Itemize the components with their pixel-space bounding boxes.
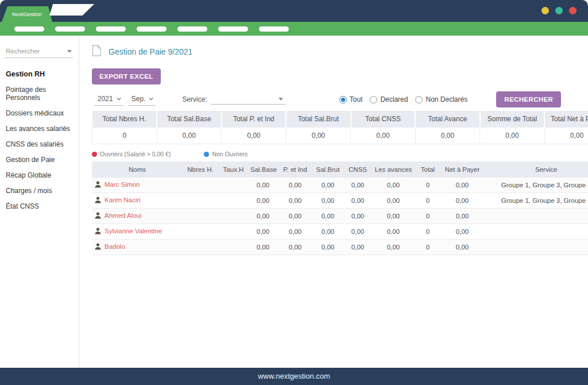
legend-non-ouvriers-label: Non Ouvriers — [212, 151, 247, 157]
cell-avances: 0,00 — [373, 193, 414, 209]
cell-p-et-ind: 0,00 — [277, 240, 313, 255]
tab-shape — [49, 4, 94, 16]
cell-service — [483, 224, 588, 240]
cell-service — [483, 240, 588, 255]
column-header-taux-h: Taux.H — [218, 161, 249, 178]
sidebar-item-les-avances-salaries[interactable]: Les avances salariés — [0, 123, 79, 134]
summary-value: 0,00 — [351, 128, 416, 144]
cell-cnss: 0,00 — [343, 240, 373, 255]
radio-non-declares[interactable]: Non Declarés — [415, 95, 467, 103]
nav-pill[interactable] — [137, 26, 167, 32]
cell-cnss: 0,00 — [343, 224, 373, 240]
payroll-header-row: Noms Nbres H. Taux.H Sal.Base P. et Ind … — [92, 161, 588, 178]
sidebar-section-gestion-rh: Gestion RH — [0, 68, 79, 80]
employee-name-link[interactable]: Marc Simon — [95, 181, 140, 188]
sidebar-search-placeholder: Rechercher — [6, 48, 40, 55]
column-header-sal-base: Sal.Base — [249, 161, 277, 178]
legend-non-ouvriers: Non Ouvriers — [204, 151, 247, 157]
person-icon — [95, 181, 101, 188]
sidebar-item-gestion-de-paie[interactable]: Gestion de Paie — [0, 154, 79, 165]
summary-value: 0,00 — [480, 128, 545, 144]
footer-bar: www.nextgestion.com — [0, 368, 588, 385]
title-row: Gestion de Paie 9/2021 — [92, 45, 588, 59]
summary-header: Total Sal.Base — [157, 111, 222, 128]
employee-name-link[interactable]: Ahmed Aloui — [95, 212, 142, 219]
cell-sal-brut: 0,00 — [313, 240, 343, 255]
radio-declared-label: Declared — [380, 95, 408, 103]
column-header-total: Total — [414, 161, 442, 178]
cell-nbres-h — [183, 240, 218, 255]
column-header-cnss: CNSS — [343, 161, 373, 178]
cell-p-et-ind: 0,00 — [277, 224, 313, 240]
sidebar-item-pointage-des-personnels[interactable]: Pointage des Personnels — [0, 84, 79, 103]
radio-dot — [370, 96, 377, 103]
employee-name-link[interactable]: Sylvianne Valentine — [95, 228, 162, 234]
cell-avances: 0,00 — [373, 209, 414, 224]
table-row: Badolo 0,00 0,00 0,00 0,00 0,00 0 0,00 — [92, 240, 588, 255]
radio-tout[interactable]: Tout — [339, 95, 363, 103]
chevron-down-icon — [149, 96, 153, 100]
table-row: Marc Simon 0,00 0,00 0,00 0,00 0,00 0 0,… — [92, 178, 588, 193]
month-select-value: Sep. — [131, 95, 146, 103]
nav-pill[interactable] — [14, 26, 44, 32]
summary-header: Total CNSS — [351, 111, 416, 128]
nav-pill[interactable] — [177, 26, 207, 32]
year-select[interactable]: 2021 — [94, 94, 123, 106]
window-dot-teal[interactable] — [555, 7, 563, 14]
rechercher-button[interactable]: RECHERCHER — [496, 91, 561, 107]
nav-pill[interactable] — [218, 26, 248, 32]
nav-pill[interactable] — [96, 26, 126, 32]
brand-tab[interactable]: NextGestion — [2, 6, 52, 22]
employee-name-link[interactable]: Karim Naciri — [95, 197, 141, 203]
summary-value: 0,00 — [157, 128, 222, 144]
sidebar-item-cnss-des-salaries[interactable]: CNSS des salariés — [0, 138, 79, 150]
summary-value: 0 — [92, 128, 157, 144]
export-excel-button[interactable]: EXPORT EXCEL — [92, 68, 161, 84]
totals-summary-table: Total Nbres H. Total Sal.Base Total P. e… — [92, 111, 588, 144]
sidebar-item-dossiers-medicaux[interactable]: Dossiers médicaux — [0, 107, 79, 119]
window-dot-yellow[interactable] — [541, 7, 549, 14]
cell-net: 0,00 — [442, 240, 483, 255]
legend-ouvriers: Ouvriers (Salarié > 0,00 €) — [92, 151, 171, 157]
column-header-net-a-payer: Net à Payer — [442, 161, 483, 178]
nav-pill[interactable] — [55, 26, 85, 32]
cell-p-et-ind: 0,00 — [277, 178, 313, 193]
sidebar-menu: Gestion RH Pointage des Personnels Dossi… — [0, 68, 79, 212]
sidebar-search-select[interactable]: Rechercher — [5, 46, 73, 58]
sidebar-item-etat-cnss[interactable]: État CNSS — [0, 201, 79, 212]
summary-value: 0,00 — [286, 128, 351, 144]
cell-sal-brut: 0,00 — [313, 193, 343, 209]
service-select[interactable] — [211, 94, 285, 105]
cell-sal-brut: 0,00 — [313, 224, 343, 240]
payroll-table: Noms Nbres H. Taux.H Sal.Base P. et Ind … — [92, 161, 588, 255]
sidebar-item-charges-mois[interactable]: Charges / mois — [0, 185, 79, 197]
cell-taux-h — [218, 193, 249, 209]
legend: Ouvriers (Salarié > 0,00 €) Non Ouvriers — [92, 151, 588, 157]
column-header-p-et-ind: P. et Ind — [277, 161, 313, 178]
footer-url: www.nextgestion.com — [258, 372, 330, 380]
month-select[interactable]: Sep. — [128, 94, 156, 106]
summary-value: 0,00 — [415, 128, 480, 144]
nav-pill[interactable] — [259, 26, 289, 32]
red-dot-icon — [92, 152, 97, 157]
summary-values-row: 0 0,00 0,00 0,00 0,00 0,00 0,00 0,00 — [92, 128, 588, 144]
chevron-down-icon — [67, 50, 72, 53]
employee-name-link[interactable]: Badolo — [95, 243, 125, 250]
sidebar: Rechercher Gestion RH Pointage des Perso… — [0, 36, 79, 368]
person-icon — [95, 228, 101, 234]
column-header-sal-brut: Sal.Brut — [313, 161, 343, 178]
sidebar-item-recap-globale[interactable]: Récap Globale — [0, 170, 79, 181]
summary-header: Total P. et Ind — [222, 111, 287, 128]
radio-tout-label: Tout — [350, 95, 363, 103]
summary-header: Total Nbres H. — [92, 111, 157, 128]
cell-avances: 0,00 — [373, 224, 414, 240]
filter-row: 2021 Sep. Service: Tout Declared — [92, 92, 588, 107]
cell-sal-brut: 0,00 — [313, 209, 343, 224]
cell-sal-brut: 0,00 — [313, 178, 343, 193]
cell-taux-h — [218, 178, 249, 193]
radio-declared[interactable]: Declared — [370, 95, 408, 103]
window-dot-red[interactable] — [569, 7, 577, 14]
summary-header: Total Avance — [415, 111, 480, 128]
table-row: Sylvianne Valentine 0,00 0,00 0,00 0,00 … — [92, 224, 588, 240]
declaration-radio-group: Tout Declared Non Declarés — [339, 95, 467, 103]
